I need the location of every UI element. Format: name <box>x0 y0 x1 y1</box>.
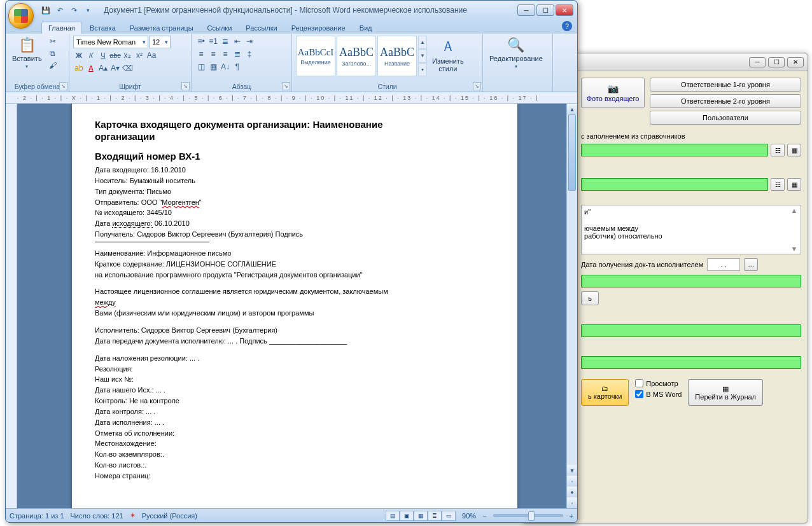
format-painter-icon[interactable]: 🖌 <box>47 60 59 71</box>
minimize-button[interactable]: ─ <box>517 4 535 16</box>
qat-dropdown-icon[interactable]: ▾ <box>82 4 94 16</box>
change-styles-button[interactable]: Ａ Изменить стили <box>430 36 466 74</box>
cut-icon[interactable]: ✂ <box>47 36 59 47</box>
zoom-in-icon[interactable]: + <box>570 512 573 520</box>
fullscreen-view-icon[interactable]: ▣ <box>400 511 414 521</box>
tab-review[interactable]: Рецензирование <box>285 22 352 34</box>
vertical-scrollbar[interactable]: ▲ ▼ ◦ ● ◦ <box>566 104 577 508</box>
increase-indent-icon[interactable]: ⇥ <box>244 36 255 47</box>
green-field-2[interactable] <box>581 178 768 191</box>
tab-page-layout[interactable]: Разметка страницы <box>123 22 200 34</box>
strikethrough-icon[interactable]: abc <box>109 50 121 61</box>
font-name-combo[interactable]: Times New Roman <box>73 36 148 48</box>
change-case-icon[interactable]: Aa <box>146 50 157 61</box>
style-heading[interactable]: AaBbCЗаголово... <box>337 36 376 76</box>
card-button[interactable]: 🗂 ь карточки <box>581 379 629 406</box>
grow-font-icon[interactable]: A▴ <box>97 62 109 74</box>
style-title[interactable]: AaBbCНазвание <box>377 36 417 76</box>
undo-icon[interactable]: ↶ <box>54 4 66 16</box>
zoom-out-icon[interactable]: − <box>482 512 486 520</box>
clipboard-launcher-icon[interactable]: ↘ <box>59 82 67 90</box>
scroll-thumb[interactable] <box>568 114 576 191</box>
font-launcher-icon[interactable]: ↘ <box>181 82 190 90</box>
numbering-icon[interactable]: ≡1 <box>207 36 219 47</box>
lookup-icon-2[interactable]: ☷ <box>771 178 785 191</box>
page-indicator[interactable]: Страница: 1 из 1 <box>10 512 64 520</box>
tab-insert[interactable]: Вставка <box>83 22 122 34</box>
lookup-icon[interactable]: ☷ <box>771 144 785 156</box>
tab-view[interactable]: Вид <box>353 22 379 34</box>
tab-references[interactable]: Ссылки <box>201 22 239 34</box>
scroll-down-icon[interactable]: ▼ <box>567 465 577 476</box>
green-field-4[interactable] <box>581 324 801 337</box>
paste-button[interactable]: 📋 Вставить ▾ <box>10 36 45 71</box>
font-color-icon[interactable]: A <box>85 62 97 74</box>
borders-icon[interactable]: ▦ <box>207 61 219 73</box>
proofing-icon[interactable]: ✶ <box>130 511 136 520</box>
superscript-icon[interactable]: x² <box>134 50 145 61</box>
bg-close-button[interactable]: ✕ <box>787 57 804 67</box>
grid-icon[interactable]: ▦ <box>787 144 801 156</box>
justify-icon[interactable]: ≣ <box>232 48 243 60</box>
preview-checkbox[interactable]: Просмотр <box>635 379 682 387</box>
bullets-icon[interactable]: ≡• <box>195 36 207 47</box>
para-launcher-icon[interactable]: ↘ <box>282 82 290 90</box>
bg-maximize-button[interactable]: ☐ <box>768 57 785 67</box>
bg-minimize-button[interactable]: ─ <box>749 57 766 67</box>
close-button[interactable]: ✕ <box>556 4 573 16</box>
tab-home[interactable]: Главная <box>41 22 82 34</box>
show-marks-icon[interactable]: ¶ <box>232 61 243 73</box>
exec-date-field[interactable]: . . <box>707 258 740 271</box>
content-textarea[interactable]: и" ючаемым между работчик) относительно … <box>581 205 801 254</box>
editing-button[interactable]: 🔍 Редактирование ▾ <box>487 36 545 71</box>
zoom-slider[interactable] <box>493 514 563 517</box>
horizontal-ruler[interactable]: · 2 · | · 1 · | · X · | · 1 · | · 2 · | … <box>6 92 577 104</box>
italic-icon[interactable]: К <box>85 50 97 61</box>
sort-icon[interactable]: A↓ <box>220 61 231 73</box>
shading-icon[interactable]: ◫ <box>195 61 207 73</box>
align-left-icon[interactable]: ≡ <box>195 48 207 60</box>
textarea-scrollbar[interactable]: ▲▼ <box>789 207 799 253</box>
draft-view-icon[interactable]: ▭ <box>442 511 456 521</box>
save-icon[interactable]: 💾 <box>40 4 52 16</box>
date-picker-button[interactable]: … <box>744 258 758 271</box>
style-gallery-nav[interactable]: ▲▼▾ <box>418 36 427 76</box>
prev-page-icon[interactable]: ◦ <box>567 476 577 487</box>
align-center-icon[interactable]: ≡ <box>207 48 219 60</box>
green-field-3[interactable] <box>581 275 801 287</box>
shrink-font-icon[interactable]: A▾ <box>109 62 121 74</box>
outline-view-icon[interactable]: ≣ <box>428 511 442 521</box>
green-field-5[interactable] <box>581 356 801 369</box>
document-page[interactable]: Карточка входящего документа организации… <box>72 104 517 508</box>
grid-icon-2[interactable]: ▦ <box>787 178 801 191</box>
next-page-icon[interactable]: ◦ <box>567 497 577 508</box>
copy-icon[interactable]: ⧉ <box>47 48 59 59</box>
browse-object-icon[interactable]: ● <box>567 487 577 497</box>
go-to-journal-button[interactable]: ▦ Перейти в Журнал <box>688 379 763 406</box>
styles-gallery[interactable]: AaBbCcIВыделение AaBbCЗаголово... AaBbCН… <box>296 36 427 76</box>
line-spacing-icon[interactable]: ‡ <box>244 48 255 60</box>
responsible-level1-button[interactable]: Ответственные 1-го уровня <box>650 78 801 92</box>
bold-icon[interactable]: Ж <box>73 50 85 61</box>
responsible-level2-button[interactable]: Ответственные 2-го уровня <box>650 94 801 108</box>
web-view-icon[interactable]: ▦ <box>414 511 428 521</box>
office-button[interactable] <box>8 3 34 29</box>
language-indicator[interactable]: Русский (Россия) <box>142 512 197 520</box>
zoom-level[interactable]: 90% <box>462 512 476 520</box>
small-b-button[interactable]: ь <box>581 291 599 305</box>
subscript-icon[interactable]: x₂ <box>122 50 133 61</box>
decrease-indent-icon[interactable]: ⇤ <box>232 36 243 47</box>
page-viewport[interactable]: Карточка входящего документа организации… <box>17 104 577 508</box>
font-size-combo[interactable]: 12 <box>149 36 171 48</box>
maximize-button[interactable]: ☐ <box>536 4 554 16</box>
styles-launcher-icon[interactable]: ↘ <box>473 82 481 90</box>
print-layout-view-icon[interactable]: ▤ <box>386 511 400 521</box>
msword-checkbox[interactable]: В MS Word <box>635 390 682 398</box>
redo-icon[interactable]: ↷ <box>68 4 80 16</box>
align-right-icon[interactable]: ≡ <box>220 48 231 60</box>
photo-incoming-button[interactable]: 📷 Фото входящего <box>581 78 645 108</box>
help-icon[interactable]: ? <box>562 21 572 31</box>
users-button[interactable]: Пользователи <box>650 111 801 125</box>
highlight-icon[interactable]: ab <box>73 62 85 74</box>
underline-icon[interactable]: Ч <box>97 50 109 61</box>
